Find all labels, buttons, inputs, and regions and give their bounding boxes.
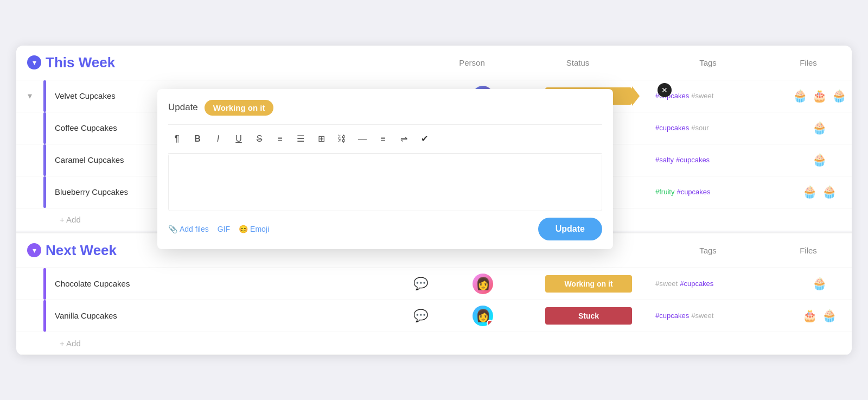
file-thumb[interactable]: 🧁: [810, 275, 828, 293]
tag[interactable]: #cupcakes: [655, 312, 689, 320]
toolbar-strikethrough[interactable]: S: [251, 130, 268, 148]
file-thumb[interactable]: 🧁: [830, 87, 847, 105]
files-cell: 🎂 🧁: [787, 307, 852, 325]
tags-cell: #cupcakes #sweet: [651, 312, 787, 320]
file-thumb[interactable]: 🎂: [810, 87, 828, 105]
task-name: Chocolate Cupcakes: [46, 279, 401, 288]
toolbar-table[interactable]: ⊞: [312, 130, 330, 148]
avatar: 👩: [473, 274, 493, 294]
col-header-status: Status: [515, 58, 640, 67]
status-cell[interactable]: Working on it: [526, 275, 651, 293]
toolbar: ¶ B I U S ≡ ☰ ⊞ ⛓ — ≡ ⇌ ✔: [168, 124, 602, 154]
gif-label: GIF: [218, 225, 230, 233]
popup-header: Update Working on it: [168, 100, 602, 116]
add-files-action[interactable]: 📎 Add files: [168, 225, 209, 233]
row-indent: ▾: [16, 91, 43, 101]
add-task-next-week[interactable]: + Add: [16, 332, 852, 355]
column-headers: Person Status Tags Files: [429, 58, 841, 67]
toolbar-italic[interactable]: I: [209, 130, 227, 148]
toolbar-align[interactable]: ≡: [374, 130, 392, 148]
files-cell: 🧁: [787, 151, 852, 169]
tags-cell: #cupcakes #sour: [651, 124, 787, 132]
tag[interactable]: #sweet: [691, 92, 713, 100]
close-icon[interactable]: ✕: [658, 83, 672, 97]
editor-area[interactable]: [169, 154, 602, 208]
file-thumb[interactable]: 🧁: [791, 87, 808, 105]
file-thumb[interactable]: 🧁: [820, 183, 838, 201]
files-cell: 🧁: [787, 275, 852, 293]
file-thumb[interactable]: 🎂: [801, 307, 818, 325]
next-week-chevron[interactable]: ▾: [27, 243, 41, 257]
toolbar-paragraph[interactable]: ¶: [168, 130, 186, 148]
toolbar-check[interactable]: ✔: [416, 130, 433, 148]
status-badge[interactable]: Working on it: [545, 275, 632, 293]
tag[interactable]: #sweet: [655, 280, 678, 288]
toolbar-unordered-list[interactable]: ☰: [292, 130, 309, 148]
next-week-title: Next Week: [46, 242, 117, 259]
comment-icon[interactable]: 💬: [412, 275, 429, 293]
task-row: Vanilla Cupcakes 💬 👩 Stuck #cupcakes #sw…: [16, 300, 852, 332]
comment-cell[interactable]: 💬: [401, 275, 439, 293]
emoji-action[interactable]: 😊 Emoji: [239, 225, 269, 233]
file-thumb[interactable]: 🧁: [810, 151, 828, 169]
toolbar-indent[interactable]: ⇌: [395, 130, 412, 148]
gif-action[interactable]: GIF: [218, 225, 230, 233]
toolbar-ordered-list[interactable]: ≡: [271, 130, 289, 148]
toolbar-link[interactable]: ⛓: [333, 130, 350, 148]
chevron-down-icon: ▾: [33, 246, 36, 255]
this-week-header: ▾ This Week Person Status Tags Files: [16, 46, 852, 80]
status-cell[interactable]: Stuck: [526, 307, 651, 325]
tag[interactable]: #cupcakes: [680, 280, 713, 288]
emoji-icon: 😊: [239, 225, 248, 233]
popup-update-label: Update: [168, 102, 198, 113]
toolbar-bold[interactable]: B: [189, 130, 206, 148]
popup-status-label: Working on it: [205, 100, 274, 116]
update-button[interactable]: Update: [538, 218, 602, 240]
tag[interactable]: #cupcakes: [676, 188, 710, 196]
popup-footer: 📎 Add files GIF 😊 Emoji Update: [168, 218, 602, 240]
person-cell: 👩: [439, 306, 526, 326]
col-header-files: Files: [776, 58, 841, 67]
files-cell: 🧁 🧁: [787, 183, 852, 201]
avatar: 👩: [473, 306, 493, 326]
toolbar-hr[interactable]: —: [354, 130, 371, 148]
file-thumb[interactable]: 🧁: [810, 119, 828, 137]
chevron-down-icon: ▾: [33, 58, 36, 67]
col-header-tags: Tags: [640, 58, 776, 67]
footer-actions: 📎 Add files GIF 😊 Emoji: [168, 225, 269, 233]
this-week-title: This Week: [46, 54, 115, 71]
paperclip-icon: 📎: [168, 225, 177, 233]
update-popup: Update Working on it ¶ B I U S ≡ ☰ ⊞ ⛓ —…: [157, 89, 613, 249]
tag[interactable]: #sweet: [691, 312, 713, 320]
col-header-person: Person: [429, 58, 515, 67]
tags-cell: #fruity #cupcakes: [651, 188, 787, 196]
file-thumb[interactable]: 🧁: [820, 307, 838, 325]
add-label: + Add: [60, 215, 81, 224]
tag[interactable]: #cupcakes: [676, 156, 710, 164]
emoji-label: Emoji: [250, 225, 269, 233]
task-name: Vanilla Cupcakes: [46, 311, 401, 320]
col-header-files-nw: Files: [776, 246, 841, 255]
tags-cell: #sweet #cupcakes: [651, 280, 787, 288]
status-arrow: [632, 86, 640, 106]
tag[interactable]: #fruity: [655, 188, 674, 196]
toolbar-underline[interactable]: U: [230, 130, 247, 148]
tag[interactable]: #cupcakes: [655, 124, 689, 132]
tags-cell: #cupcakes #sweet: [651, 92, 787, 100]
status-badge[interactable]: Stuck: [545, 307, 632, 325]
app-container: ▾ This Week Person Status Tags Files ▾ V…: [16, 46, 852, 355]
editor-wrapper: [168, 154, 602, 211]
tag[interactable]: #sour: [691, 124, 709, 132]
file-thumb[interactable]: 🧁: [801, 183, 818, 201]
add-label: + Add: [60, 339, 81, 348]
comment-icon[interactable]: 💬: [412, 307, 429, 325]
person-cell: 👩: [439, 274, 526, 294]
row-collapse-icon[interactable]: ▾: [28, 91, 32, 101]
tag[interactable]: #salty: [655, 156, 674, 164]
this-week-chevron[interactable]: ▾: [27, 55, 41, 69]
comment-cell[interactable]: 💬: [401, 307, 439, 325]
task-row: Chocolate Cupcakes 💬 👩 Working on it #sw…: [16, 268, 852, 300]
tags-cell: #salty #cupcakes: [651, 156, 787, 164]
files-cell: 🧁: [787, 119, 852, 137]
col-header-tags-nw: Tags: [640, 246, 776, 255]
